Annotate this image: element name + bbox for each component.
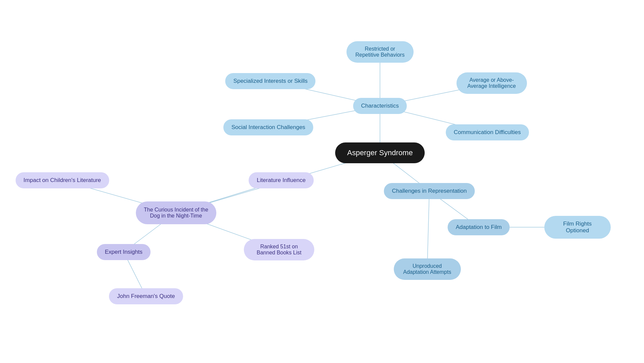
node-unproduced_attempts[interactable]: Unproduced Adaptation Attempts [394, 258, 461, 280]
node-characteristics[interactable]: Characteristics [353, 98, 407, 114]
mind-map: Asperger SyndromeCharacteristicsRestrict… [0, 0, 644, 363]
node-communication_difficulties[interactable]: Communication Difficulties [446, 124, 529, 140]
node-film_rights[interactable]: Film Rights Optioned [544, 216, 610, 239]
node-expert_insights[interactable]: Expert Insights [97, 244, 150, 260]
node-average_intelligence[interactable]: Average or Above-Average Intelligence [457, 72, 527, 94]
node-impact_childrens[interactable]: Impact on Children's Literature [15, 172, 109, 188]
node-literature_influence[interactable]: Literature Influence [249, 172, 314, 188]
node-social_interaction[interactable]: Social Interaction Challenges [223, 119, 313, 135]
node-ranked_books[interactable]: Ranked 51st on Banned Books List [244, 239, 314, 260]
node-adaptation_film[interactable]: Adaptation to Film [448, 219, 510, 235]
node-challenges_representation[interactable]: Challenges in Representation [384, 183, 475, 199]
svg-line-15 [427, 191, 429, 269]
node-john_freeman[interactable]: John Freeman's Quote [109, 288, 183, 304]
node-specialized_interests[interactable]: Specialized Interests or Skills [225, 73, 316, 89]
node-restricted_behaviors[interactable]: Restricted or Repetitive Behaviors [346, 41, 414, 63]
node-central[interactable]: Asperger Syndrome [335, 142, 425, 163]
node-curious_incident[interactable]: The Curious Incident of the Dog in the N… [136, 201, 216, 224]
